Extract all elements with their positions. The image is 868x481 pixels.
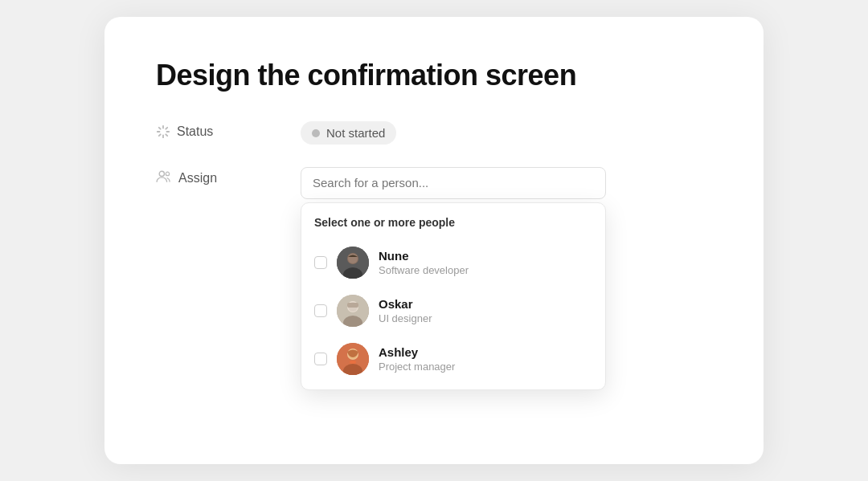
assign-row: Assign Select one or more people <box>156 167 712 390</box>
person-item-ashley[interactable]: Ashley Project manager <box>301 335 605 383</box>
avatar-ashley <box>337 343 369 375</box>
status-row: Status Not started <box>156 121 712 145</box>
status-dot <box>312 129 320 137</box>
person-role-ashley: Project manager <box>379 361 455 373</box>
svg-line-4 <box>159 128 161 129</box>
person-name-ashley: Ashley <box>379 345 455 359</box>
svg-rect-18 <box>347 303 358 308</box>
svg-rect-23 <box>350 361 356 364</box>
assign-label: Assign <box>178 171 217 185</box>
person-role-oskar: UI designer <box>379 312 432 324</box>
checkbox-ashley[interactable] <box>314 353 327 365</box>
avatar-nune <box>337 247 369 279</box>
assign-label-container: Assign <box>156 167 301 186</box>
task-title: Design the confirmation screen <box>156 59 712 92</box>
status-badge-text: Not started <box>326 126 385 140</box>
checkbox-nune[interactable] <box>314 256 327 269</box>
checkbox-oskar[interactable] <box>314 304 327 317</box>
search-input[interactable] <box>313 176 594 190</box>
person-item-oskar[interactable]: Oskar UI designer <box>301 287 605 335</box>
status-label-container: Status <box>156 121 301 139</box>
svg-line-5 <box>166 134 167 136</box>
avatar-oskar <box>337 295 369 327</box>
assign-dropdown: Select one or more people <box>301 167 606 390</box>
person-role-nune: Software developer <box>379 264 469 276</box>
person-name-nune: Nune <box>379 249 469 263</box>
assign-icon <box>156 170 172 186</box>
svg-line-6 <box>166 128 167 129</box>
status-label: Status <box>177 124 213 139</box>
person-info-nune: Nune Software developer <box>379 249 469 276</box>
people-dropdown-panel: Select one or more people <box>301 202 606 390</box>
person-info-oskar: Oskar UI designer <box>379 297 432 324</box>
search-input-container[interactable] <box>301 167 606 199</box>
svg-point-9 <box>166 172 169 175</box>
person-name-oskar: Oskar <box>379 297 432 311</box>
svg-point-8 <box>159 171 164 176</box>
dropdown-heading: Select one or more people <box>301 216 605 238</box>
status-badge[interactable]: Not started <box>301 121 396 145</box>
person-info-ashley: Ashley Project manager <box>379 345 455 373</box>
person-item-nune[interactable]: Nune Software developer <box>301 238 605 287</box>
svg-line-7 <box>159 134 161 136</box>
main-card: Design the confirmation screen Status N <box>104 17 764 464</box>
status-icon <box>156 124 170 139</box>
